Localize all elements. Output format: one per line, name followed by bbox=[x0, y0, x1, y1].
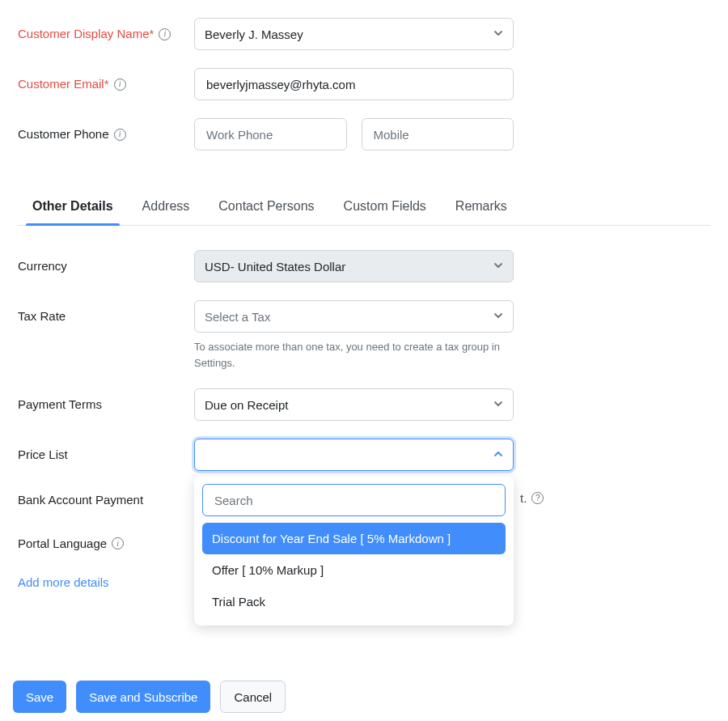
label-currency: Currency bbox=[18, 250, 194, 276]
help-icon[interactable]: ? bbox=[531, 492, 544, 504]
tab-other-details[interactable]: Other Details bbox=[32, 191, 113, 225]
save-and-subscribe-button[interactable]: Save and Subscribe bbox=[76, 681, 210, 713]
customer-email-input[interactable] bbox=[205, 69, 503, 100]
label-text: Payment Terms bbox=[18, 396, 102, 414]
label-text: Price List bbox=[18, 446, 68, 464]
label-text: Customer Phone bbox=[18, 125, 109, 144]
label-bank-account-payment: Bank Account Payment bbox=[18, 484, 194, 510]
label-tax-rate: Tax Rate bbox=[18, 300, 194, 326]
label-price-list: Price List bbox=[18, 439, 194, 464]
chevron-up-icon bbox=[493, 449, 503, 461]
chevron-down-icon bbox=[493, 399, 503, 411]
add-more-details-link[interactable]: Add more details bbox=[18, 570, 109, 605]
work-phone-wrapper bbox=[194, 118, 347, 151]
label-text: Customer Email* bbox=[18, 75, 109, 94]
tab-contact-persons[interactable]: Contact Persons bbox=[218, 191, 314, 225]
mobile-phone-wrapper bbox=[362, 118, 514, 151]
select-placeholder: Select a Tax bbox=[205, 310, 270, 324]
save-button[interactable]: Save bbox=[13, 681, 66, 713]
mobile-phone-input[interactable] bbox=[372, 119, 504, 150]
info-icon[interactable]: i bbox=[114, 78, 126, 91]
dropdown-search-wrapper bbox=[202, 484, 506, 516]
select-value: Beverly J. Massey bbox=[205, 28, 303, 41]
cancel-button[interactable]: Cancel bbox=[220, 681, 286, 713]
chevron-down-icon bbox=[493, 261, 503, 273]
info-icon[interactable]: i bbox=[159, 28, 171, 40]
tab-address[interactable]: Address bbox=[142, 191, 190, 225]
chevron-down-icon bbox=[493, 311, 503, 323]
work-phone-input[interactable] bbox=[205, 119, 336, 150]
tab-custom-fields[interactable]: Custom Fields bbox=[344, 191, 426, 225]
tabs: Other Details Address Contact Persons Cu… bbox=[18, 191, 710, 226]
label-text: Portal Language bbox=[18, 535, 107, 553]
label-customer-email: Customer Email* i bbox=[18, 68, 194, 94]
info-icon[interactable]: i bbox=[114, 129, 126, 141]
label-text: Tax Rate bbox=[18, 307, 66, 326]
dropdown-option[interactable]: Trial Pack bbox=[202, 586, 506, 617]
label-payment-terms: Payment Terms bbox=[18, 388, 194, 414]
trailing-fragment: t. bbox=[520, 491, 527, 505]
chevron-down-icon bbox=[493, 28, 503, 40]
currency-select[interactable]: USD- United States Dollar bbox=[194, 250, 514, 282]
label-portal-language: Portal Language i bbox=[18, 528, 194, 553]
label-customer-display-name: Customer Display Name* i bbox=[18, 18, 194, 44]
dropdown-option[interactable]: Offer [ 10% Markup ] bbox=[202, 554, 506, 586]
label-customer-phone: Customer Phone i bbox=[18, 118, 194, 144]
dropdown-option[interactable]: Discount for Year End Sale [ 5% Markdown… bbox=[202, 523, 506, 554]
tax-rate-helper: To associate more than one tax, you need… bbox=[194, 339, 514, 371]
select-value: Due on Receipt bbox=[205, 398, 288, 412]
select-value: USD- United States Dollar bbox=[205, 260, 345, 274]
bank-trailing-text: t. ? bbox=[520, 491, 544, 505]
dropdown-search-input[interactable] bbox=[213, 485, 495, 515]
price-list-select[interactable] bbox=[194, 439, 514, 471]
payment-terms-select[interactable]: Due on Receipt bbox=[194, 388, 514, 421]
label-text: Currency bbox=[18, 257, 67, 276]
tax-rate-select[interactable]: Select a Tax bbox=[194, 300, 514, 333]
customer-email-input-wrapper bbox=[194, 68, 514, 100]
price-list-dropdown: Discount for Year End Sale [ 5% Markdown… bbox=[194, 476, 514, 626]
info-icon[interactable]: i bbox=[112, 537, 124, 549]
label-text: Bank Account Payment bbox=[18, 491, 143, 510]
footer: Save Save and Subscribe Cancel bbox=[0, 681, 728, 713]
customer-display-name-select[interactable]: Beverly J. Massey bbox=[194, 18, 514, 50]
tab-remarks[interactable]: Remarks bbox=[455, 191, 507, 225]
label-text: Customer Display Name* bbox=[18, 25, 154, 44]
